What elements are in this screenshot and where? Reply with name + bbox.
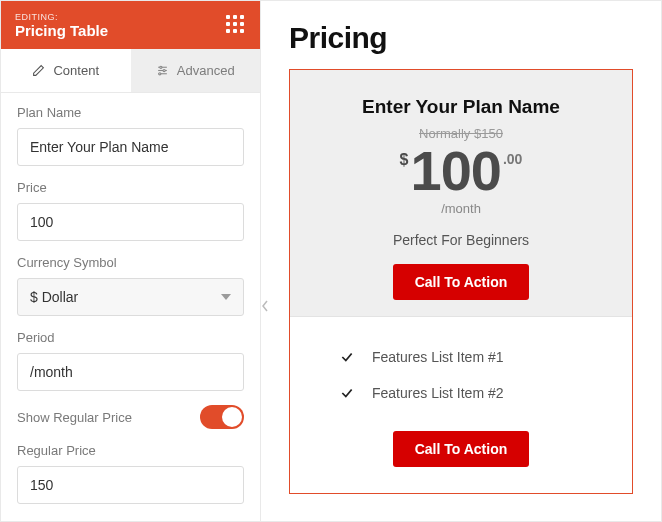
pricing-card-header: Enter Your Plan Name Normally $150 $ 100… xyxy=(290,70,632,317)
plan-name-label: Plan Name xyxy=(17,105,244,120)
check-icon xyxy=(340,386,354,400)
tab-content[interactable]: Content xyxy=(1,49,131,92)
regular-price-label-label: Regular Price Label xyxy=(17,518,244,521)
pencil-icon xyxy=(32,64,45,77)
svg-point-4 xyxy=(163,69,165,71)
regular-price-label: Regular Price xyxy=(17,443,244,458)
show-regular-toggle[interactable] xyxy=(200,405,244,429)
price-input[interactable] xyxy=(17,203,244,241)
tab-advanced[interactable]: Advanced xyxy=(131,49,261,92)
feature-text: Features List Item #2 xyxy=(372,385,504,401)
card-period: /month xyxy=(310,201,612,216)
chevron-down-icon xyxy=(221,294,231,300)
preview-pane: Pricing Enter Your Plan Name Normally $1… xyxy=(261,1,661,521)
period-label: Period xyxy=(17,330,244,345)
editor-tabs: Content Advanced xyxy=(1,49,260,93)
plan-name-input[interactable] xyxy=(17,128,244,166)
editor-form: Plan Name Price Currency Symbol $ Dollar… xyxy=(1,93,260,521)
tab-advanced-label: Advanced xyxy=(177,63,235,78)
feature-text: Features List Item #1 xyxy=(372,349,504,365)
cta-button-top[interactable]: Call To Action xyxy=(393,264,530,300)
sidebar-collapse-handle[interactable] xyxy=(260,291,270,321)
card-decimals: .00 xyxy=(503,151,522,167)
show-regular-label: Show Regular Price xyxy=(17,410,132,425)
period-input[interactable] xyxy=(17,353,244,391)
price-label: Price xyxy=(17,180,244,195)
tab-content-label: Content xyxy=(53,63,99,78)
currency-value: $ Dollar xyxy=(30,289,78,305)
feature-item: Features List Item #2 xyxy=(320,375,602,411)
sliders-icon xyxy=(156,64,169,77)
cta-button-bottom[interactable]: Call To Action xyxy=(393,431,530,467)
card-price: 100 xyxy=(411,143,501,199)
regular-price-input[interactable] xyxy=(17,466,244,504)
card-plan-name: Enter Your Plan Name xyxy=(310,96,612,118)
feature-item: Features List Item #1 xyxy=(320,339,602,375)
svg-point-3 xyxy=(160,66,162,68)
currency-select[interactable]: $ Dollar xyxy=(17,278,244,316)
apps-grid-icon[interactable] xyxy=(226,15,246,35)
card-description: Perfect For Beginners xyxy=(310,232,612,248)
page-title: Pricing xyxy=(289,21,633,55)
pricing-card-body: Features List Item #1 Features List Item… xyxy=(290,317,632,493)
svg-point-5 xyxy=(159,73,161,75)
widget-title: Pricing Table xyxy=(15,22,108,39)
sidebar-header: EDITING: Pricing Table xyxy=(1,1,260,49)
check-icon xyxy=(340,350,354,364)
card-currency: $ xyxy=(400,151,409,169)
editor-sidebar: EDITING: Pricing Table Content Advanced xyxy=(1,1,261,521)
pricing-card: Enter Your Plan Name Normally $150 $ 100… xyxy=(289,69,633,494)
card-price-row: $ 100 .00 xyxy=(310,143,612,199)
toggle-knob xyxy=(222,407,242,427)
currency-label: Currency Symbol xyxy=(17,255,244,270)
editing-label: EDITING: xyxy=(15,12,108,22)
